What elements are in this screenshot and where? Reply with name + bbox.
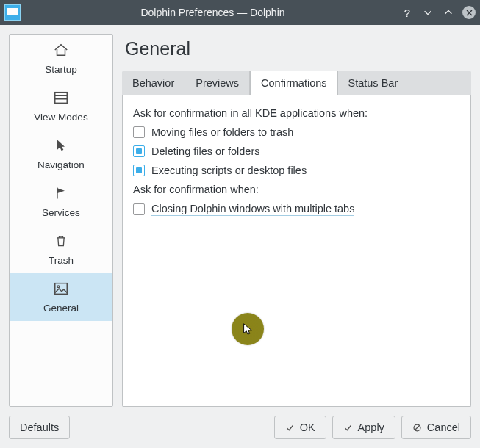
help-button[interactable]: ? (401, 6, 414, 19)
apply-button[interactable]: Apply (332, 416, 395, 439)
sidebar-label: Services (42, 207, 80, 218)
checkbox-row-trash[interactable]: Moving files or folders to trash (133, 126, 460, 138)
cancel-icon (412, 422, 423, 433)
main-panel: General Behavior Previews Confirmations … (122, 34, 471, 407)
tab-bar: Behavior Previews Confirmations Status B… (122, 71, 471, 95)
svg-point-7 (57, 286, 60, 288)
sidebar-item-trash[interactable]: Trash (10, 225, 112, 273)
prompt-local: Ask for confirmation when: (133, 184, 460, 195)
tab-statusbar[interactable]: Status Bar (338, 71, 471, 95)
cursor-arrow-icon (51, 136, 71, 155)
checkbox[interactable] (133, 165, 145, 176)
sidebar-label: View Modes (34, 112, 87, 123)
checkbox-label: Closing Dolphin windows with multiple ta… (151, 203, 354, 216)
tab-confirmations[interactable]: Confirmations (250, 71, 337, 95)
tab-behavior[interactable]: Behavior (122, 71, 185, 95)
flag-icon (51, 184, 71, 203)
button-label: OK (300, 422, 315, 433)
button-label: Defaults (20, 422, 59, 433)
sidebar-item-services[interactable]: Services (10, 178, 112, 225)
svg-rect-6 (55, 283, 68, 295)
window-controls: ? (401, 6, 476, 19)
checkbox-row-delete[interactable]: Deleting files or folders (133, 145, 460, 157)
app-icon (4, 4, 21, 21)
sidebar-item-navigation[interactable]: Navigation (10, 130, 112, 178)
sidebar-item-viewmodes[interactable]: View Modes (10, 82, 112, 130)
prompt-global: Ask for confirmation in all KDE applicat… (133, 107, 460, 119)
ok-button[interactable]: OK (274, 416, 326, 439)
close-button[interactable] (462, 6, 476, 19)
sidebar: Startup View Modes Navigation Services T (9, 34, 113, 407)
page-title: General (125, 38, 471, 59)
button-label: Cancel (427, 422, 460, 433)
defaults-button[interactable]: Defaults (9, 416, 70, 439)
tab-previews[interactable]: Previews (185, 71, 250, 95)
cursor-indicator (232, 313, 264, 345)
image-icon (51, 279, 71, 298)
sidebar-item-general[interactable]: General (10, 273, 112, 321)
list-icon (51, 88, 71, 107)
sidebar-label: Navigation (37, 159, 85, 170)
cancel-button[interactable]: Cancel (401, 416, 471, 439)
home-icon (51, 40, 71, 59)
title-bar: Dolphin Preferences — Dolphin ? (0, 0, 480, 25)
check-icon (285, 422, 295, 433)
svg-line-9 (415, 425, 420, 430)
button-label: Apply (358, 422, 384, 433)
checkbox[interactable] (133, 203, 145, 215)
svg-rect-2 (55, 93, 68, 104)
trash-icon (51, 231, 71, 250)
check-icon (343, 422, 354, 433)
footer: Defaults OK Apply Cancel (0, 407, 480, 448)
checkbox-label: Moving files or folders to trash (151, 126, 293, 138)
window-title: Dolphin Preferences — Dolphin (25, 7, 401, 18)
checkbox-label: Executing scripts or desktop files (151, 165, 307, 176)
tab-content: Ask for confirmation in all KDE applicat… (122, 95, 471, 407)
sidebar-label: Trash (49, 255, 74, 266)
minimize-button[interactable] (421, 6, 434, 19)
checkbox[interactable] (133, 145, 145, 157)
checkbox-row-scripts[interactable]: Executing scripts or desktop files (133, 165, 460, 176)
checkbox[interactable] (133, 126, 145, 138)
sidebar-label: General (43, 303, 79, 314)
sidebar-item-startup[interactable]: Startup (10, 35, 112, 82)
sidebar-label: Startup (45, 64, 77, 75)
maximize-button[interactable] (442, 6, 455, 19)
checkbox-row-closetabs[interactable]: Closing Dolphin windows with multiple ta… (133, 203, 460, 216)
checkbox-label: Deleting files or folders (151, 145, 260, 157)
